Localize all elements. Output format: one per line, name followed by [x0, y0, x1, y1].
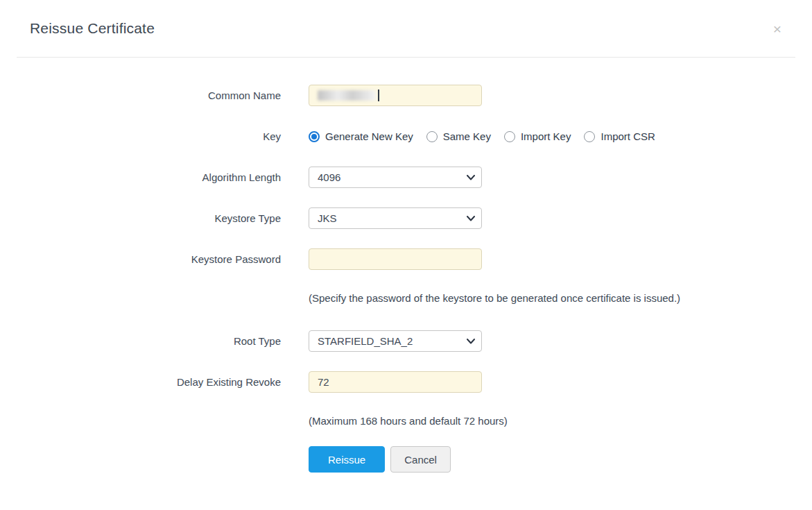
reissue-certificate-modal: Reissue Certificate × Common Name Key Ge…: [0, 0, 812, 510]
radio-label: Import Key: [521, 130, 571, 142]
radio-same-key[interactable]: Same Key: [426, 130, 491, 142]
delay-help-text: (Maximum 168 hours and default 72 hours): [309, 412, 690, 430]
algorithm-length-label: Algorithm Length: [17, 171, 281, 183]
cancel-button[interactable]: Cancel: [390, 446, 451, 473]
radio-import-csr[interactable]: Import CSR: [584, 130, 655, 142]
radio-import-key[interactable]: Import Key: [504, 130, 571, 142]
modal-body: Common Name Key Generate New Key Same Ke…: [0, 58, 812, 473]
key-label: Key: [17, 130, 281, 142]
keystore-password-label: Keystore Password: [17, 253, 281, 265]
modal-header: Reissue Certificate ×: [17, 0, 795, 58]
radio-icon: [426, 131, 438, 142]
radio-label: Generate New Key: [325, 130, 413, 142]
action-button-row: Reissue Cancel: [17, 446, 795, 473]
keystore-password-row: Keystore Password: [17, 248, 795, 270]
redacted-value-blur: [318, 90, 376, 101]
algorithm-length-select[interactable]: 4096: [309, 167, 482, 188]
key-row: Key Generate New Key Same Key Import Key…: [17, 126, 795, 147]
page-title: Reissue Certificate: [30, 20, 155, 37]
root-type-label: Root Type: [17, 335, 281, 347]
keystore-type-row: Keystore Type JKS: [17, 207, 795, 229]
common-name-row: Common Name: [17, 85, 795, 106]
keystore-password-help-text: (Specify the password of the keystore to…: [309, 289, 690, 307]
keystore-password-help-row: (Specify the password of the keystore to…: [17, 289, 795, 311]
radio-label: Import CSR: [601, 130, 655, 142]
delay-existing-revoke-row: Delay Existing Revoke: [17, 371, 795, 393]
reissue-button[interactable]: Reissue: [309, 446, 385, 473]
key-radio-group: Generate New Key Same Key Import Key Imp…: [309, 130, 795, 142]
radio-icon: [504, 131, 515, 142]
keystore-type-label: Keystore Type: [17, 212, 281, 224]
text-cursor: [378, 90, 379, 101]
radio-icon: [584, 131, 595, 142]
radio-icon: [309, 131, 320, 142]
keystore-password-input[interactable]: [309, 248, 482, 270]
radio-generate-new-key[interactable]: Generate New Key: [309, 130, 413, 142]
algorithm-length-row: Algorithm Length 4096: [17, 167, 795, 188]
root-type-row: Root Type STARFIELD_SHA_2: [17, 330, 795, 352]
common-name-input[interactable]: [309, 85, 482, 106]
delay-existing-revoke-input[interactable]: [309, 371, 482, 393]
keystore-type-select[interactable]: JKS: [309, 207, 482, 229]
delay-existing-revoke-label: Delay Existing Revoke: [17, 376, 281, 388]
delay-help-row: (Maximum 168 hours and default 72 hours): [17, 412, 795, 434]
close-icon[interactable]: ×: [773, 22, 781, 36]
common-name-label: Common Name: [17, 90, 281, 101]
root-type-select[interactable]: STARFIELD_SHA_2: [309, 330, 482, 352]
radio-label: Same Key: [443, 130, 491, 142]
